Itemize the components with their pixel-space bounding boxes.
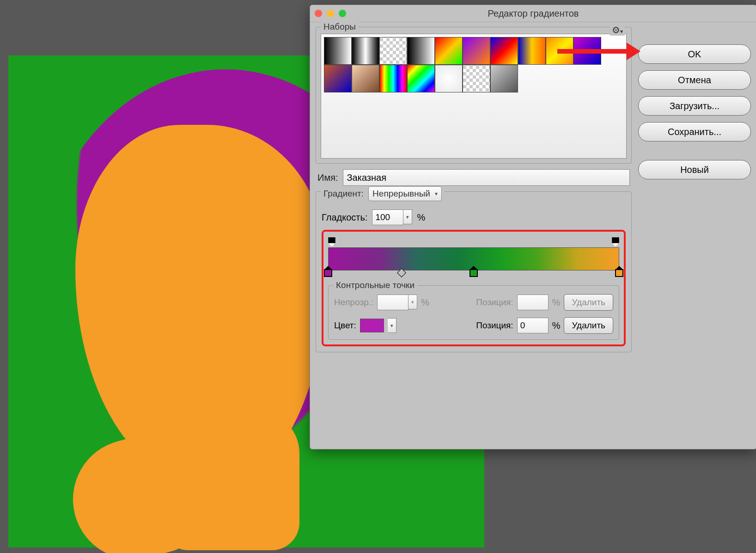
name-label: Имя:	[317, 172, 338, 183]
presets-list[interactable]	[321, 34, 627, 159]
minimize-icon[interactable]	[327, 10, 334, 17]
name-row: Имя:	[316, 169, 632, 186]
presets-fieldset: Наборы ⚙︎▾	[316, 27, 632, 164]
opacity-spinner: ▾	[408, 295, 417, 309]
color-stop[interactable]	[615, 266, 624, 277]
gear-icon[interactable]: ⚙︎▾	[610, 25, 625, 36]
opacity-position-label: Позиция:	[476, 297, 513, 307]
opacity-stop-right[interactable]	[611, 237, 620, 246]
preset-swatch[interactable]	[407, 65, 435, 92]
color-swatch[interactable]	[360, 319, 384, 332]
smoothness-unit: %	[417, 212, 425, 223]
color-stop[interactable]	[323, 266, 333, 277]
color-position-label: Позиция:	[476, 320, 513, 331]
window-controls	[315, 10, 346, 17]
color-stop[interactable]	[469, 266, 478, 277]
gradient-editor-dialog: Редактор градиентов Наборы ⚙︎▾ Имя: Град…	[310, 5, 756, 449]
opacity-position-unit: %	[552, 297, 561, 308]
control-points-fieldset: Контрольные точки Непрозр.: ▾ % Позиция:…	[328, 285, 619, 340]
name-input[interactable]	[343, 169, 630, 186]
save-button[interactable]: Сохранить...	[638, 122, 751, 141]
preset-swatch[interactable]	[324, 37, 352, 65]
preset-swatch[interactable]	[352, 37, 379, 65]
cancel-button[interactable]: Отмена	[638, 70, 751, 90]
preset-swatch[interactable]	[490, 65, 518, 92]
chevron-down-icon: ▾	[435, 190, 438, 197]
preset-swatch[interactable]	[407, 37, 435, 65]
smoothness-label: Гладкость:	[322, 212, 367, 223]
preset-swatch[interactable]	[518, 37, 546, 65]
color-position-input[interactable]	[517, 318, 549, 333]
close-icon[interactable]	[315, 10, 322, 17]
opacity-unit: %	[421, 297, 429, 308]
presets-label: Наборы	[321, 22, 359, 32]
highlight-annotation: Контрольные точки Непрозр.: ▾ % Позиция:…	[322, 230, 626, 346]
preset-swatch[interactable]	[435, 37, 463, 65]
titlebar[interactable]: Редактор градиентов	[310, 5, 756, 22]
gradient-type-label: Градиент:	[323, 189, 364, 199]
smoothness-input[interactable]	[372, 209, 403, 225]
opacity-stop-left[interactable]	[327, 237, 336, 246]
preset-swatch[interactable]	[463, 65, 490, 92]
gradient-type-select[interactable]: Непрерывный▾	[368, 186, 442, 201]
gradient-fieldset: Градиент: Непрерывный▾ Гладкость: ▾ %	[316, 191, 632, 352]
maximize-icon[interactable]	[339, 10, 346, 17]
opacity-input	[377, 295, 408, 310]
preset-swatch[interactable]	[573, 37, 601, 65]
dialog-title: Редактор градиентов	[310, 8, 756, 19]
preset-swatch[interactable]	[352, 65, 379, 92]
preset-swatch[interactable]	[324, 65, 352, 92]
preset-swatch[interactable]	[546, 37, 573, 65]
preset-swatch[interactable]	[463, 37, 490, 65]
opacity-label: Непрозр.:	[334, 297, 373, 307]
color-delete-button[interactable]: Удалить	[564, 317, 613, 334]
preset-swatch[interactable]	[379, 65, 407, 92]
preset-swatch[interactable]	[490, 37, 518, 65]
color-label: Цвет:	[334, 320, 356, 331]
color-spinner[interactable]: ▾	[388, 318, 396, 333]
smoothness-spinner[interactable]: ▾	[403, 209, 412, 224]
opacity-delete-button: Удалить	[564, 294, 613, 311]
new-button[interactable]: Новый	[638, 160, 751, 179]
preset-swatch[interactable]	[379, 37, 407, 65]
ok-button[interactable]: OK	[638, 44, 751, 64]
color-position-unit: %	[552, 320, 561, 331]
load-button[interactable]: Загрузить...	[638, 96, 751, 116]
opacity-position-input	[517, 295, 549, 310]
control-points-label: Контрольные точки	[333, 280, 417, 290]
preset-swatch[interactable]	[435, 65, 463, 92]
gradient-bar[interactable]	[328, 237, 619, 275]
